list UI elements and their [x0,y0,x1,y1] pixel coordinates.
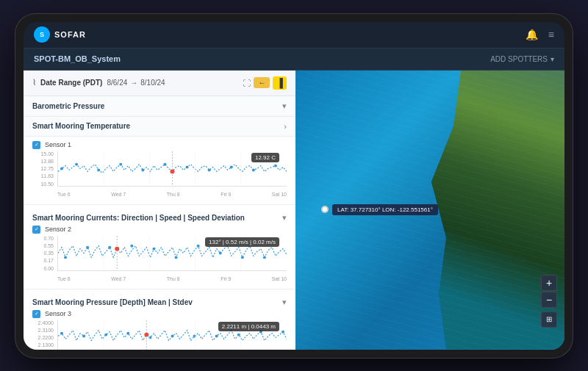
sensor2-checkbox[interactable] [32,226,40,234]
svg-point-20 [130,244,133,247]
date-range-label: Date Range (PDT) [40,79,102,87]
map-area[interactable]: LAT: 37.727310° LON: -122.551561° + − ⊞ [295,71,564,350]
currents-chevron: ▾ [282,213,287,223]
add-spotters-button[interactable]: ADD SPOTTERS ▾ [490,55,554,63]
smart-mooring-temp-chart-section: Sensor 1 15.00 13.88 12.75 11.63 10.50 [24,137,295,205]
temp-y2: 11.63 [40,173,54,179]
temp-y4: 13.88 [40,159,54,164]
notification-icon[interactable]: 🔔 [526,29,538,40]
svg-point-25 [241,256,244,259]
svg-point-40 [215,334,218,337]
add-spotters-label: ADD SPOTTERS [490,55,548,63]
currents-y2: 0.17 [43,258,54,263]
pin-label: LAT: 37.727310° LON: -122.551561° [332,204,438,215]
currents-y4: 0.55 [43,243,54,248]
currents-x1: Tue 6 [57,276,71,281]
temp-y5: 15.00 [40,151,54,156]
temp-x1: Tue 6 [57,192,71,197]
temp-y1: 10.50 [40,181,54,187]
toolbar: SPOT-BM_OB_System ADD SPOTTERS ▾ [24,48,564,71]
currents-chart-area: 0.70 0.55 0.35 0.17 0.00 [32,236,287,281]
svg-point-23 [197,244,200,247]
svg-point-26 [263,256,266,259]
logo-text: SOFAR [54,30,86,39]
sensor3-row: Sensor 3 [32,310,287,318]
sensor1-checkbox[interactable] [32,141,40,149]
svg-point-1 [75,162,78,165]
sensor2-row: Sensor 2 [32,226,287,234]
nav-icons: 🔔 ≡ [526,29,554,40]
left-panel: ⌇ Date Range (PDT) 8/6/24 → 8/10/24 ⛶ ← … [24,71,295,350]
svg-point-49 [144,332,148,336]
sensor3-label: Sensor 3 [45,310,71,317]
pressure-y4: 2.3100 [38,328,54,333]
svg-point-0 [60,167,63,170]
temp-x3: Thu 8 [167,192,180,197]
svg-point-17 [64,256,67,259]
sensor1-label: Sensor 1 [45,141,71,148]
svg-point-4 [141,168,144,171]
barometric-chevron: ▾ [282,101,287,111]
sensor3-checkbox[interactable] [32,310,40,318]
pressure-title: Smart Mooring Pressure [Depth] Mean | St… [32,298,282,306]
svg-point-37 [148,336,151,339]
currents-y-axis: 0.70 0.55 0.35 0.17 0.00 [32,236,56,271]
svg-point-10 [274,164,277,167]
map-layers-button[interactable]: ⊞ [541,311,557,328]
forward-button[interactable]: ▐ [273,76,287,90]
svg-point-38 [171,334,173,337]
pin-lat: LAT: 37.727310° [337,206,381,213]
barometric-pressure-section[interactable]: Barometric Pressure ▾ [24,96,295,117]
pressure-section-header[interactable]: Smart Mooring Pressure [Depth] Mean | St… [32,294,287,310]
currents-x-labels: Tue 6 Wed 7 Thu 8 Fri 9 Sat 10 [57,276,287,281]
main-content: ⌇ Date Range (PDT) 8/6/24 → 8/10/24 ⛶ ← … [24,71,564,350]
temp-x-labels: Tue 6 Wed 7 Thu 8 Fri 9 Sat 10 [57,192,287,197]
menu-icon[interactable]: ≡ [548,29,554,40]
svg-point-33 [60,331,63,334]
zoom-out-button[interactable]: − [541,292,557,308]
smart-mooring-temp-section-row[interactable]: Smart Mooring Temperature › [24,117,295,137]
svg-point-9 [252,168,255,171]
chart-icon: ⌇ [32,78,36,87]
svg-point-6 [186,165,189,168]
date-arrow: → [130,79,137,87]
date-range-dates: 8/6/24 → 8/10/24 [107,79,165,87]
date-start: 8/6/24 [107,79,127,87]
svg-point-16 [170,169,174,173]
logo-area: S SOFAR [34,26,86,43]
currents-title: Smart Mooring Currents: Direction | Spee… [32,214,282,222]
currents-x5: Sat 10 [272,276,287,281]
date-range-header[interactable]: ⌇ Date Range (PDT) 8/6/24 → 8/10/24 ⛶ ← … [24,71,295,96]
currents-section-header[interactable]: Smart Mooring Currents: Direction | Spee… [32,209,287,226]
pressure-chart-area: 2.4000 2.3100 2.2200 2.1300 2.1000 [32,320,287,350]
sensor1-row: Sensor 1 [32,141,287,149]
smart-mooring-temp-title-collapsed: Smart Mooring Temperature [32,122,284,130]
pressure-y2: 2.1300 [38,342,54,347]
svg-point-8 [230,165,233,168]
temp-x4: Fri 9 [220,192,231,197]
temp-x5: Sat 10 [272,192,287,197]
currents-y5: 0.70 [43,236,54,241]
pressure-chevron: ▾ [282,298,287,307]
currents-y1: 0.00 [43,266,54,271]
svg-point-19 [108,245,111,248]
svg-point-24 [219,251,222,254]
expand-icon[interactable]: ⛶ [243,79,251,87]
pressure-y3: 2.2200 [38,335,54,340]
date-range-controls: ⛶ ← ▐ [243,76,287,90]
sensor2-label: Sensor 2 [45,226,71,233]
currents-y3: 0.35 [43,251,54,256]
pressure-chart-canvas: 2.2211 m | 0.0443 m [57,320,287,350]
svg-point-36 [126,331,129,334]
temp-chart-area: 15.00 13.88 12.75 11.63 10.50 [32,151,287,197]
date-end: 8/10/24 [140,79,165,87]
currents-chart-canvas: 132° | 0.52 m/s | 0.02 m/s [57,236,287,271]
sofar-logo-icon: S [34,26,50,43]
device-name: SPOT-BM_OB_System [34,54,121,63]
svg-point-7 [208,168,211,171]
top-nav: S SOFAR 🔔 ≡ [24,22,564,48]
back-arrow-button[interactable]: ← [254,77,270,88]
temp-y-axis: 15.00 13.88 12.75 11.63 10.50 [32,151,56,187]
zoom-in-button[interactable]: + [541,275,557,291]
smart-mooring-temp-chevron-collapsed: › [284,122,287,131]
